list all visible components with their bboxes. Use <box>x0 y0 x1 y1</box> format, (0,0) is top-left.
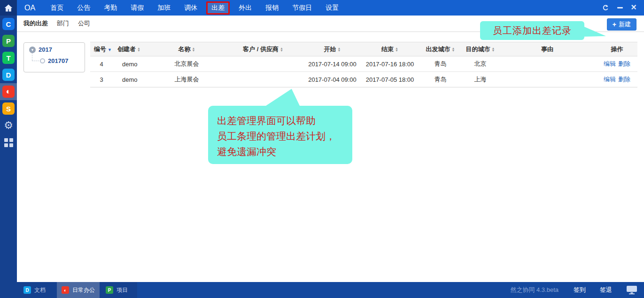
table-header-row: 编号 创建者 名称 客户 / 供应商 开始 结束 出发城市 目的城市 事由 操作 <box>90 42 637 56</box>
cell-reason <box>498 72 597 87</box>
col-header-to-city[interactable]: 目的城市 <box>463 42 498 56</box>
tooltip-add-trip: 员工添加出差记录 <box>480 21 584 40</box>
cell-name: 上海展会 <box>150 72 223 87</box>
plus-icon: + <box>613 21 616 28</box>
col-header-start[interactable]: 开始 <box>303 42 362 56</box>
sidebar-app-oa[interactable]: ◐ <box>0 83 17 100</box>
tooltip-line: 避免遗漏冲突 <box>217 144 352 160</box>
refresh-icon[interactable] <box>602 4 609 11</box>
nav-item-overtime[interactable]: 加班 <box>153 1 175 15</box>
home-icon[interactable] <box>0 0 17 16</box>
leaf-circle-icon <box>40 58 45 63</box>
cell-start: 2017-07-04 09:00 <box>303 72 362 87</box>
taskbar-right-zone: 然之协同 4.3.beta 签到 签退 <box>510 282 644 298</box>
sidebar-app-s[interactable]: S <box>0 100 17 117</box>
app-t-icon: T <box>2 52 15 64</box>
tree-connector-horizontal <box>32 61 39 61</box>
callout-pointer <box>264 89 300 107</box>
nav-item-settings[interactable]: 设置 <box>321 1 343 15</box>
tab-my-trips[interactable]: 我的出差 <box>23 19 48 28</box>
sidebar-app-d[interactable]: D <box>0 66 17 83</box>
tree-node-month[interactable]: 201707 <box>40 57 68 64</box>
cell-reason <box>498 56 597 72</box>
nav-item-lieu[interactable]: 调休 <box>179 1 202 15</box>
collapse-icon[interactable]: ▾ <box>29 47 36 53</box>
minimize-icon[interactable] <box>617 7 623 8</box>
cell-end: 2017-07-16 18:00 <box>362 56 418 72</box>
tree-month-label[interactable]: 201707 <box>48 57 68 64</box>
sign-in-link[interactable]: 签到 <box>574 286 586 294</box>
taskbar-item-doc[interactable]: D 文档 <box>19 282 50 298</box>
sort-desc-icon <box>108 46 112 53</box>
tooltip-trip-management: 出差管理界面可以帮助 员工条理的管理出差计划， 避免遗漏冲突 <box>208 106 352 164</box>
cell-actions: 编辑删除 <box>597 56 637 72</box>
table-row: 4 demo 北京展会 2017-07-14 09:00 2017-07-16 … <box>90 56 637 72</box>
tooltip-line: 员工条理的管理出差计划， <box>217 129 352 144</box>
nav-item-attendance[interactable]: 考勤 <box>99 1 122 15</box>
sort-icon <box>492 47 495 52</box>
tree-year-label[interactable]: 2017 <box>39 46 52 53</box>
app-oa-icon: ◐ <box>2 86 15 98</box>
cell-customer <box>223 56 303 72</box>
nav-item-leave[interactable]: 请假 <box>126 1 148 15</box>
nav-item-home[interactable]: 首页 <box>46 1 68 15</box>
sidebar-app-p[interactable]: P <box>0 32 17 49</box>
taskbar-item-oa[interactable]: ◐ 日常办公 <box>57 282 100 298</box>
nav-item-egress[interactable]: 外出 <box>234 1 256 15</box>
tooltip-line: 出差管理界面可以帮助 <box>217 113 352 129</box>
col-header-customer[interactable]: 客户 / 供应商 <box>223 42 303 56</box>
edit-link[interactable]: 编辑 <box>604 76 616 83</box>
all-apps-button[interactable] <box>0 134 17 151</box>
app-p-icon: P <box>106 286 113 294</box>
top-navigation-bar: OA 首页 公告 考勤 请假 加班 调休 出差 外出 报销 节假日 设置 <box>17 0 644 16</box>
trip-table: 编号 创建者 名称 客户 / 供应商 开始 结束 出发城市 目的城市 事由 操作… <box>90 42 637 87</box>
app-sidebar: C P T D ◐ S <box>0 0 17 298</box>
delete-link[interactable]: 删除 <box>618 76 630 83</box>
tab-company[interactable]: 公司 <box>78 19 90 28</box>
sidebar-app-c[interactable]: C <box>0 16 17 32</box>
cell-to-city: 上海 <box>463 72 498 87</box>
col-header-id[interactable]: 编号 <box>90 42 113 56</box>
taskbar-item-label: 文档 <box>34 286 46 294</box>
nav-item-holiday[interactable]: 节假日 <box>287 1 317 15</box>
col-header-from-city[interactable]: 出发城市 <box>418 42 463 56</box>
app-version-label: 然之协同 4.3.beta <box>510 286 559 294</box>
brand-title: OA <box>24 4 35 12</box>
cell-id: 4 <box>90 56 113 72</box>
table-row: 3 demo 上海展会 2017-07-04 09:00 2017-07-05 … <box>90 72 637 87</box>
nav-item-announcement[interactable]: 公告 <box>72 1 95 15</box>
col-header-end[interactable]: 结束 <box>362 42 418 56</box>
bottom-taskbar: D 文档 ◐ 日常办公 P 项目 然之协同 4.3.beta 签到 签退 <box>0 282 644 298</box>
app-s-icon: S <box>2 102 15 115</box>
monitor-icon[interactable] <box>626 285 637 295</box>
cell-to-city: 北京 <box>463 56 498 72</box>
cell-customer <box>223 72 303 87</box>
gear-icon <box>4 119 13 132</box>
tree-connector-vertical <box>32 53 32 61</box>
sign-out-link[interactable]: 签退 <box>600 286 612 294</box>
cell-end: 2017-07-05 18:00 <box>362 72 418 87</box>
app-p-icon: P <box>2 35 15 47</box>
close-icon[interactable] <box>631 4 636 12</box>
taskbar-item-label: 项目 <box>116 286 128 294</box>
taskbar-item-project[interactable]: P 项目 <box>101 282 132 298</box>
cell-creator: demo <box>113 72 150 87</box>
delete-link[interactable]: 删除 <box>618 60 630 67</box>
nav-item-reimbursement[interactable]: 报销 <box>261 1 283 15</box>
sort-icon <box>280 47 283 52</box>
app-c-icon: C <box>2 18 15 30</box>
sort-icon <box>192 47 195 52</box>
sort-icon <box>395 47 398 52</box>
col-header-creator[interactable]: 创建者 <box>113 42 150 56</box>
create-trip-button[interactable]: + 新建 <box>607 18 636 31</box>
col-header-name[interactable]: 名称 <box>150 42 223 56</box>
sidebar-app-t[interactable]: T <box>0 49 17 66</box>
edit-link[interactable]: 编辑 <box>604 60 616 67</box>
tree-node-year[interactable]: ▾ 2017 <box>29 46 52 53</box>
grid-icon <box>4 138 13 147</box>
sort-icon <box>338 47 341 52</box>
nav-item-trip-active[interactable]: 出差 <box>206 1 230 15</box>
tab-department[interactable]: 部门 <box>57 19 69 28</box>
house-icon <box>4 3 13 13</box>
settings-button[interactable] <box>0 117 17 134</box>
